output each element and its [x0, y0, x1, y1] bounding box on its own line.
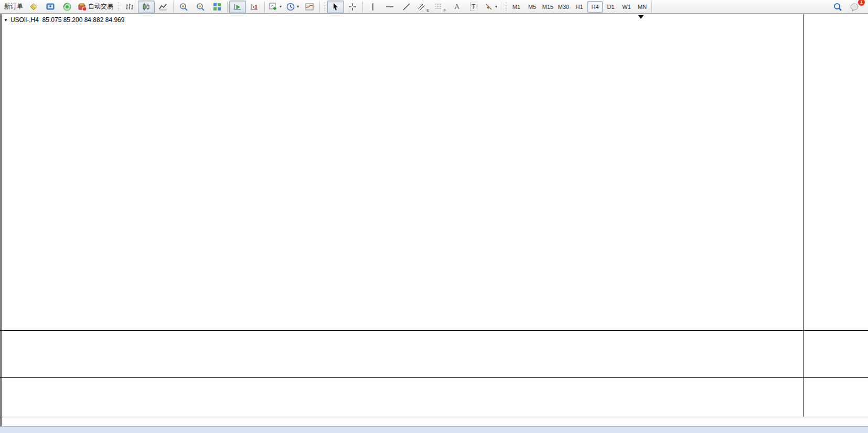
signal-icon[interactable] [59, 1, 76, 13]
fibo-letter: F [444, 8, 446, 13]
trendline-tool-button[interactable] [398, 1, 415, 13]
timeframe-m1[interactable]: M1 [509, 1, 524, 13]
channel-letter: E [426, 8, 429, 13]
timeframe-m30[interactable]: M30 [556, 1, 571, 13]
time-axis[interactable] [0, 417, 868, 426]
timeframe-mn[interactable]: MN [635, 1, 650, 13]
arrows-tool-button[interactable]: ▾ [482, 1, 499, 13]
chevron-down-icon: ▾ [297, 4, 299, 9]
equidistant-channel-tool-button[interactable]: E [415, 1, 432, 13]
toolbar-separator [651, 2, 652, 12]
rsi-pane[interactable] [0, 378, 868, 417]
text-tool-glyph: A [455, 3, 459, 10]
notifications-button[interactable]: 1 [846, 1, 863, 13]
main-toolbar: 新订单 自动交易 ▾ ▾ [0, 0, 868, 14]
toolbar-separator [173, 2, 174, 12]
label-tool-glyph: T [470, 3, 477, 11]
timeframe-d1[interactable]: D1 [603, 1, 618, 13]
chart-window: ▼USOil-,H4 85.075 85.200 84.882 84.969 [0, 14, 868, 433]
chevron-down-icon: ▾ [280, 4, 282, 9]
fibonacci-tool-button[interactable]: F [432, 1, 448, 13]
timeframe-group: M1M5M15M30H1H4D1W1MN [509, 1, 650, 13]
autotrading-label: 自动交易 [88, 2, 113, 11]
chart-title: ▼USOil-,H4 85.075 85.200 84.882 84.969 [4, 16, 124, 24]
toolbar-grip [117, 2, 120, 12]
bar-chart-type-button[interactable] [121, 1, 138, 13]
price-pane[interactable]: ▼USOil-,H4 85.075 85.200 84.882 84.969 [0, 14, 868, 331]
auto-scroll-button[interactable] [229, 1, 246, 13]
crosshair-tool-button[interactable] [344, 1, 361, 13]
toolbar-separator [362, 2, 363, 12]
toolbar-grip [505, 2, 507, 12]
timeframe-h4[interactable]: H4 [587, 1, 603, 13]
period-clock-button[interactable]: ▾ [284, 1, 301, 13]
chart-ohlc-values: 85.075 85.200 84.882 84.969 [42, 16, 125, 24]
timeframe-m15[interactable]: M15 [540, 1, 555, 13]
toolbar-separator [264, 2, 265, 12]
market-watch-icon[interactable] [42, 1, 59, 13]
macd-pane[interactable] [0, 331, 868, 378]
toolbar-grip [323, 2, 326, 12]
text-tool-button[interactable]: A [448, 1, 465, 13]
vertical-line-tool-button[interactable] [365, 1, 381, 13]
notification-badge: 1 [858, 0, 865, 6]
tile-windows-icon[interactable] [209, 1, 226, 13]
timeframe-h1[interactable]: H1 [572, 1, 587, 13]
chevron-down-icon: ▾ [495, 4, 497, 9]
toolbar-separator [319, 2, 320, 12]
toolbar-separator [501, 2, 501, 12]
new-order-button[interactable]: 新订单 [2, 1, 25, 13]
rsi-canvas[interactable] [0, 378, 803, 417]
candlestick-chart-type-button[interactable] [138, 1, 155, 13]
add-indicator-button[interactable]: ▾ [266, 1, 284, 13]
chart-shift-button[interactable] [246, 1, 263, 13]
chart-shift-marker[interactable] [638, 15, 644, 19]
chart-symbol: USOil-,H4 [10, 16, 39, 24]
macd-canvas[interactable] [0, 331, 803, 377]
autotrading-button[interactable]: 自动交易 [76, 1, 115, 13]
price-axis-border [803, 14, 803, 417]
timeframe-w1[interactable]: W1 [619, 1, 634, 13]
cursor-tool-button[interactable] [327, 1, 344, 13]
text-label-tool-button[interactable]: T [465, 1, 482, 13]
zoom-in-button[interactable] [175, 1, 192, 13]
new-order-label: 新订单 [4, 2, 23, 11]
chart-template-button[interactable] [301, 1, 318, 13]
zoom-out-button[interactable] [192, 1, 209, 13]
line-chart-type-button[interactable] [155, 1, 172, 13]
search-icon[interactable] [829, 1, 846, 13]
toolbar-separator [227, 2, 228, 12]
horizontal-line-tool-button[interactable] [381, 1, 398, 13]
status-strip [0, 426, 868, 433]
chart-dropdown-icon[interactable]: ▼ [4, 18, 8, 23]
price-chart-canvas[interactable] [0, 14, 803, 330]
gold-ingot-icon[interactable] [25, 1, 42, 13]
timeframe-m5[interactable]: M5 [524, 1, 540, 13]
